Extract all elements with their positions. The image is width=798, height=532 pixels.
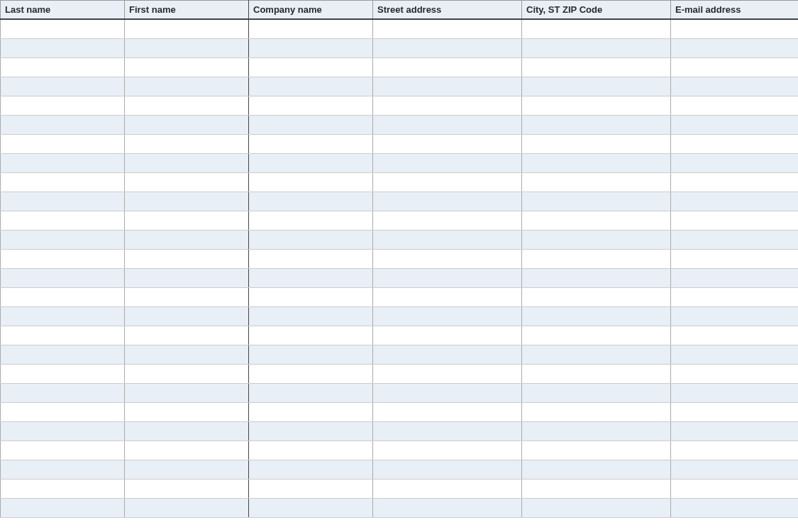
cell-city-st-zip[interactable] (522, 440, 671, 460)
cell-city-st-zip[interactable] (522, 115, 671, 134)
cell-company-name[interactable] (249, 498, 373, 517)
cell-first-name[interactable] (125, 57, 249, 77)
cell-company-name[interactable] (249, 230, 373, 249)
cell-first-name[interactable] (125, 77, 249, 96)
cell-city-st-zip[interactable] (522, 249, 671, 268)
cell-city-st-zip[interactable] (522, 364, 671, 383)
cell-street-address[interactable] (373, 345, 522, 364)
cell-company-name[interactable] (249, 115, 373, 134)
cell-city-st-zip[interactable] (522, 421, 671, 440)
cell-company-name[interactable] (249, 38, 373, 57)
cell-company-name[interactable] (249, 153, 373, 172)
cell-email[interactable] (671, 440, 799, 460)
cell-last-name[interactable] (1, 192, 125, 211)
cell-last-name[interactable] (1, 498, 125, 517)
cell-street-address[interactable] (373, 96, 522, 115)
cell-first-name[interactable] (125, 172, 249, 192)
cell-first-name[interactable] (125, 498, 249, 517)
cell-last-name[interactable] (1, 134, 125, 153)
cell-city-st-zip[interactable] (522, 38, 671, 57)
cell-email[interactable] (671, 306, 799, 326)
cell-company-name[interactable] (249, 306, 373, 326)
cell-street-address[interactable] (373, 287, 522, 306)
cell-email[interactable] (671, 115, 799, 134)
cell-email[interactable] (671, 96, 799, 115)
cell-first-name[interactable] (125, 383, 249, 402)
cell-street-address[interactable] (373, 479, 522, 498)
cell-city-st-zip[interactable] (522, 345, 671, 364)
cell-first-name[interactable] (125, 364, 249, 383)
cell-email[interactable] (671, 211, 799, 230)
cell-first-name[interactable] (125, 268, 249, 287)
cell-street-address[interactable] (373, 192, 522, 211)
cell-email[interactable] (671, 192, 799, 211)
cell-street-address[interactable] (373, 77, 522, 96)
cell-city-st-zip[interactable] (522, 19, 671, 38)
cell-street-address[interactable] (373, 57, 522, 77)
cell-email[interactable] (671, 326, 799, 345)
cell-company-name[interactable] (249, 479, 373, 498)
cell-last-name[interactable] (1, 287, 125, 306)
cell-street-address[interactable] (373, 440, 522, 460)
cell-email[interactable] (671, 421, 799, 440)
cell-street-address[interactable] (373, 326, 522, 345)
cell-city-st-zip[interactable] (522, 498, 671, 517)
cell-company-name[interactable] (249, 96, 373, 115)
cell-company-name[interactable] (249, 249, 373, 268)
cell-city-st-zip[interactable] (522, 383, 671, 402)
cell-street-address[interactable] (373, 153, 522, 172)
cell-last-name[interactable] (1, 57, 125, 77)
cell-street-address[interactable] (373, 383, 522, 402)
cell-first-name[interactable] (125, 479, 249, 498)
header-last-name[interactable]: Last name (1, 1, 125, 20)
cell-email[interactable] (671, 402, 799, 421)
cell-company-name[interactable] (249, 192, 373, 211)
cell-city-st-zip[interactable] (522, 172, 671, 192)
cell-street-address[interactable] (373, 230, 522, 249)
cell-first-name[interactable] (125, 306, 249, 326)
cell-street-address[interactable] (373, 249, 522, 268)
cell-last-name[interactable] (1, 249, 125, 268)
cell-email[interactable] (671, 134, 799, 153)
cell-city-st-zip[interactable] (522, 479, 671, 498)
cell-street-address[interactable] (373, 268, 522, 287)
cell-last-name[interactable] (1, 96, 125, 115)
cell-first-name[interactable] (125, 115, 249, 134)
cell-street-address[interactable] (373, 134, 522, 153)
cell-company-name[interactable] (249, 287, 373, 306)
cell-first-name[interactable] (125, 287, 249, 306)
cell-last-name[interactable] (1, 230, 125, 249)
cell-email[interactable] (671, 479, 799, 498)
cell-last-name[interactable] (1, 421, 125, 440)
cell-street-address[interactable] (373, 460, 522, 479)
cell-email[interactable] (671, 172, 799, 192)
cell-email[interactable] (671, 38, 799, 57)
cell-first-name[interactable] (125, 38, 249, 57)
cell-city-st-zip[interactable] (522, 326, 671, 345)
cell-city-st-zip[interactable] (522, 460, 671, 479)
cell-first-name[interactable] (125, 421, 249, 440)
cell-city-st-zip[interactable] (522, 268, 671, 287)
cell-email[interactable] (671, 77, 799, 96)
cell-email[interactable] (671, 383, 799, 402)
cell-city-st-zip[interactable] (522, 153, 671, 172)
cell-last-name[interactable] (1, 345, 125, 364)
cell-email[interactable] (671, 268, 799, 287)
cell-company-name[interactable] (249, 57, 373, 77)
cell-city-st-zip[interactable] (522, 134, 671, 153)
cell-email[interactable] (671, 230, 799, 249)
header-city-st-zip[interactable]: City, ST ZIP Code (522, 1, 671, 20)
cell-last-name[interactable] (1, 19, 125, 38)
cell-company-name[interactable] (249, 440, 373, 460)
cell-street-address[interactable] (373, 115, 522, 134)
cell-email[interactable] (671, 287, 799, 306)
cell-first-name[interactable] (125, 230, 249, 249)
cell-last-name[interactable] (1, 440, 125, 460)
cell-first-name[interactable] (125, 211, 249, 230)
cell-city-st-zip[interactable] (522, 77, 671, 96)
cell-last-name[interactable] (1, 153, 125, 172)
cell-last-name[interactable] (1, 326, 125, 345)
cell-first-name[interactable] (125, 249, 249, 268)
cell-company-name[interactable] (249, 211, 373, 230)
cell-company-name[interactable] (249, 460, 373, 479)
